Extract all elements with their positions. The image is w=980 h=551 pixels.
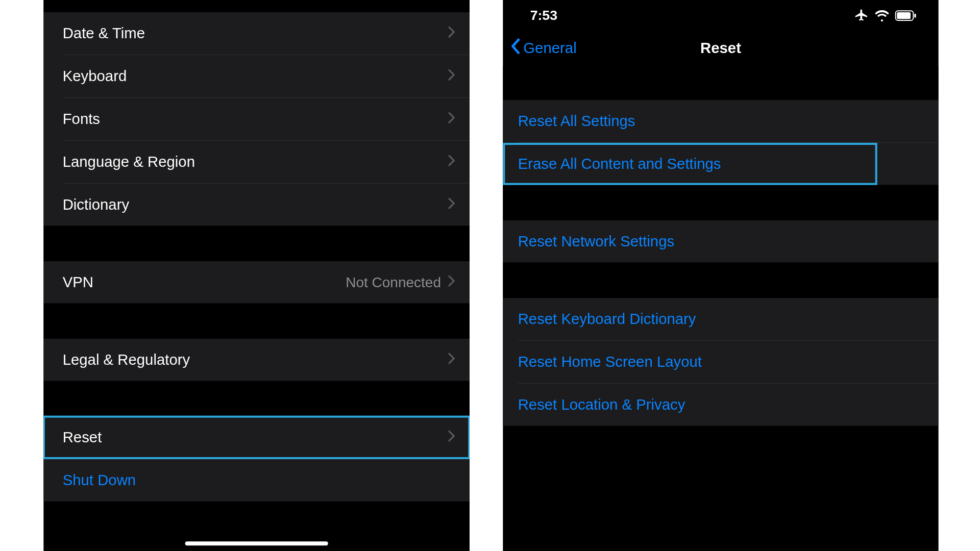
chevron-right-icon	[448, 24, 456, 42]
chevron-right-icon	[448, 67, 456, 85]
nav-bar: General Reset	[503, 31, 938, 66]
row-dictionary[interactable]: Dictionary	[43, 184, 470, 226]
chevron-left-icon	[510, 38, 521, 59]
row-label: Reset Location & Privacy	[518, 396, 925, 414]
battery-icon	[895, 10, 917, 20]
row-vpn[interactable]: VPN Not Connected	[43, 261, 470, 304]
reset-group-2: Reset Network Settings	[503, 220, 938, 263]
settings-group-reset: Reset Shut Down	[43, 416, 470, 502]
chevron-right-icon	[448, 429, 456, 446]
svg-rect-2	[914, 13, 916, 17]
status-icons	[854, 8, 917, 22]
chevron-right-icon	[448, 273, 456, 291]
reset-group-1: Reset All Settings Erase All Content and…	[503, 100, 938, 185]
row-label: Dictionary	[63, 196, 448, 214]
settings-group-legal: Legal & Regulatory	[43, 339, 470, 381]
reset-group-3: Reset Keyboard Dictionary Reset Home Scr…	[503, 298, 938, 426]
airplane-mode-icon	[854, 8, 869, 22]
row-label: Reset Home Screen Layout	[518, 353, 925, 371]
row-label: Reset Keyboard Dictionary	[518, 310, 925, 328]
row-label: Reset All Settings	[518, 112, 925, 130]
row-value: Not Connected	[346, 274, 441, 290]
row-label: VPN	[63, 273, 346, 291]
row-fonts[interactable]: Fonts	[43, 98, 470, 140]
row-label: Language & Region	[63, 153, 448, 171]
svg-rect-1	[897, 12, 911, 18]
row-label: Legal & Regulatory	[63, 351, 448, 369]
row-label: Erase All Content and Settings	[518, 155, 871, 173]
row-reset[interactable]: Reset	[43, 416, 470, 459]
status-time: 7:53	[530, 8, 557, 23]
chevron-right-icon	[448, 110, 456, 128]
row-label: Date & Time	[63, 24, 448, 42]
row-language-region[interactable]: Language & Region	[43, 141, 470, 183]
row-date-time[interactable]: Date & Time	[43, 12, 470, 55]
row-keyboard[interactable]: Keyboard	[43, 55, 470, 97]
status-bar: 7:53	[503, 0, 938, 31]
phone-general-settings: Date & Time Keyboard Fonts Language & Re…	[43, 0, 470, 551]
row-reset-keyboard-dictionary[interactable]: Reset Keyboard Dictionary	[503, 298, 938, 340]
row-erase-all-content[interactable]: Erase All Content and Settings	[503, 143, 877, 185]
row-label: Keyboard	[63, 67, 448, 85]
row-reset-home-screen[interactable]: Reset Home Screen Layout	[503, 341, 938, 383]
settings-group-vpn: VPN Not Connected	[43, 261, 470, 304]
row-label: Reset Network Settings	[518, 233, 925, 251]
row-reset-location-privacy[interactable]: Reset Location & Privacy	[503, 384, 938, 426]
chevron-right-icon	[448, 351, 456, 369]
chevron-right-icon	[448, 153, 456, 171]
settings-group-general: Date & Time Keyboard Fonts Language & Re…	[43, 12, 470, 226]
row-legal[interactable]: Legal & Regulatory	[43, 339, 470, 381]
row-reset-all-settings[interactable]: Reset All Settings	[503, 100, 938, 142]
nav-back-label: General	[523, 39, 576, 57]
nav-back-button[interactable]: General	[510, 38, 577, 59]
wifi-icon	[874, 9, 889, 21]
row-label: Fonts	[63, 110, 448, 128]
row-shut-down[interactable]: Shut Down	[43, 459, 470, 502]
row-label: Reset	[63, 429, 448, 446]
row-reset-network[interactable]: Reset Network Settings	[503, 220, 938, 263]
chevron-right-icon	[448, 196, 456, 214]
home-indicator[interactable]	[185, 541, 328, 545]
phone-reset-settings: 7:53 General Reset	[503, 0, 938, 551]
row-label: Shut Down	[63, 471, 456, 489]
